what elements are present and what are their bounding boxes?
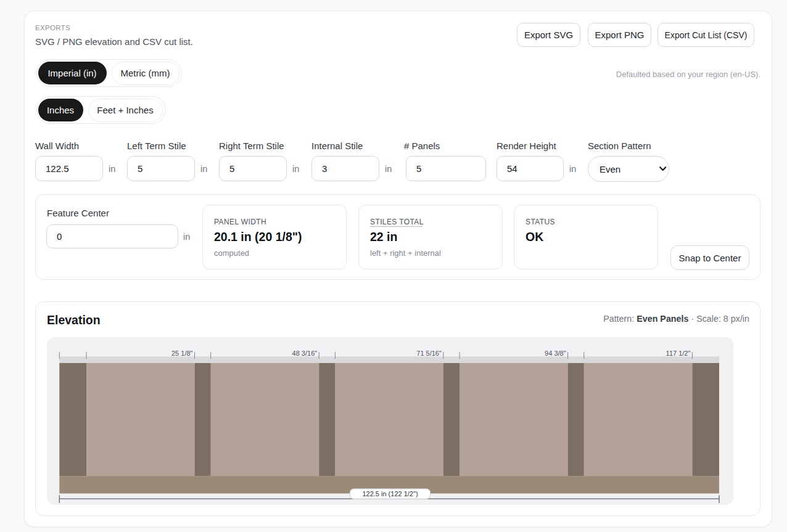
- svg-text:25 1/8": 25 1/8": [171, 350, 193, 357]
- svg-text:71 5/16": 71 5/16": [416, 350, 442, 357]
- svg-text:122.5 in (122 1/2"): 122.5 in (122 1/2"): [362, 490, 418, 497]
- svg-text:117 1/2": 117 1/2": [666, 350, 691, 357]
- svg-text:94 3/8": 94 3/8": [545, 350, 566, 357]
- svg-text:48 3/16": 48 3/16": [292, 350, 318, 357]
